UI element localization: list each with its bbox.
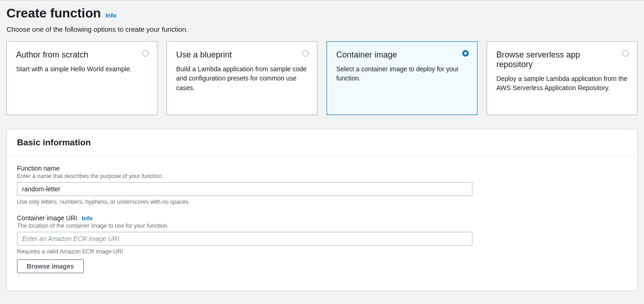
option-title: Container image bbox=[336, 50, 468, 60]
function-name-hint: Use only letters, numbers, hyphens, or u… bbox=[17, 199, 472, 205]
option-title: Author from scratch bbox=[16, 50, 148, 60]
option-desc: Start with a simple Hello World example. bbox=[16, 64, 148, 74]
browse-images-button[interactable]: Browse images bbox=[17, 259, 84, 273]
page-title: Create function bbox=[6, 6, 101, 21]
option-desc: Build a Lambda application from sample c… bbox=[176, 64, 308, 92]
create-function-page: Create function Info Choose one of the f… bbox=[0, 0, 644, 297]
container-uri-input[interactable] bbox=[17, 232, 472, 246]
container-uri-help: The location of the container image to u… bbox=[17, 223, 472, 229]
option-desc: Deploy a sample Lambda application from … bbox=[496, 74, 628, 93]
title-row: Create function Info bbox=[6, 6, 638, 21]
option-use-blueprint[interactable]: Use a blueprint Build a Lambda applicati… bbox=[167, 41, 317, 115]
info-link[interactable]: Info bbox=[105, 12, 116, 19]
container-uri-label: Container image URI bbox=[17, 214, 77, 222]
option-author-from-scratch[interactable]: Author from scratch Start with a simple … bbox=[6, 41, 157, 115]
container-uri-group: Container image URI Info The location of… bbox=[17, 214, 472, 273]
option-browse-serverless[interactable]: Browse serverless app repository Deploy … bbox=[487, 41, 638, 115]
option-container-image[interactable]: Container image Select a container image… bbox=[327, 41, 477, 115]
container-uri-info-link[interactable]: Info bbox=[82, 215, 93, 222]
panel-title: Basic information bbox=[17, 138, 627, 148]
option-title: Use a blueprint bbox=[176, 50, 308, 60]
function-name-group: Function name Enter a name that describe… bbox=[17, 165, 472, 205]
radio-icon bbox=[302, 50, 309, 57]
panel-header: Basic information bbox=[7, 129, 637, 156]
function-name-label: Function name bbox=[17, 165, 472, 172]
option-title: Browse serverless app repository bbox=[496, 50, 628, 69]
option-desc: Select a container image to deploy for y… bbox=[336, 64, 468, 83]
basic-info-panel: Basic information Function name Enter a … bbox=[6, 129, 638, 291]
radio-icon bbox=[622, 50, 629, 57]
function-name-help: Enter a name that describes the purpose … bbox=[17, 173, 472, 179]
page-subtitle: Choose one of the following options to c… bbox=[6, 25, 638, 33]
options-row: Author from scratch Start with a simple … bbox=[6, 41, 638, 115]
container-uri-hint: Requires a valid Amazon ECR image URI bbox=[17, 248, 472, 255]
function-name-input[interactable] bbox=[17, 182, 472, 196]
radio-icon bbox=[142, 50, 149, 57]
radio-icon bbox=[462, 50, 469, 57]
panel-body: Function name Enter a name that describe… bbox=[7, 156, 637, 291]
